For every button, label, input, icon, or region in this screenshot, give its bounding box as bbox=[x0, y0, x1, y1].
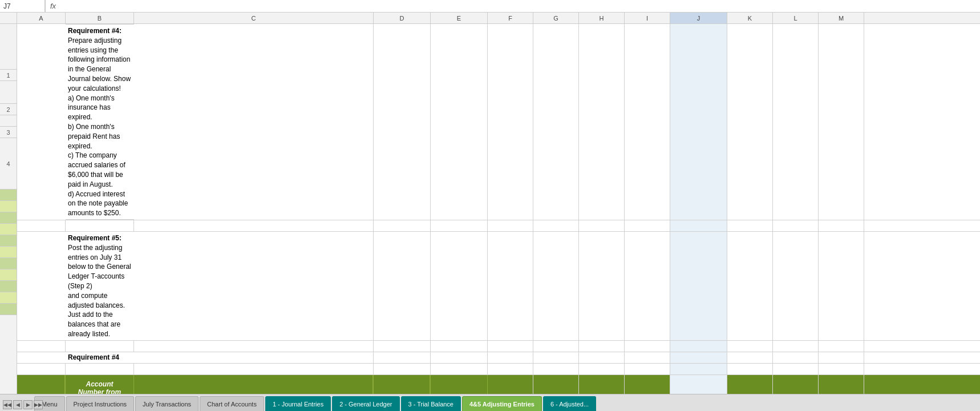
cell-req4-c[interactable] bbox=[134, 24, 374, 220]
row-num-req4[interactable] bbox=[0, 24, 17, 70]
cell-req4label-k[interactable] bbox=[727, 352, 773, 363]
cell-3-h[interactable] bbox=[579, 364, 625, 374]
col-header-d[interactable]: D bbox=[374, 13, 431, 23]
cell-req4-a[interactable] bbox=[17, 24, 66, 220]
cell-4-b-acct-num[interactable]: AccountNumber fromChart ofAccountstab bbox=[66, 375, 134, 394]
cell-req4-m[interactable] bbox=[819, 24, 864, 220]
cell-req5-k[interactable] bbox=[727, 232, 773, 340]
cell-req4label-m[interactable] bbox=[819, 352, 864, 363]
cell-2-k[interactable] bbox=[727, 341, 773, 352]
col-header-m[interactable]: M bbox=[819, 13, 864, 23]
cell-2-c[interactable] bbox=[134, 341, 374, 352]
cell-4-f[interactable] bbox=[488, 375, 533, 394]
cell-1-j[interactable] bbox=[670, 220, 727, 231]
cell-req4-b[interactable]: Requirement #4: Prepare adjusting entrie… bbox=[66, 24, 134, 220]
cell-2-d[interactable] bbox=[374, 341, 431, 352]
cell-req4-h[interactable] bbox=[579, 24, 625, 220]
row-num-req5[interactable] bbox=[0, 81, 17, 104]
cell-req4label-f[interactable] bbox=[488, 352, 533, 363]
cell-1-k[interactable] bbox=[727, 220, 773, 231]
cell-req4label-g[interactable] bbox=[533, 352, 579, 363]
tab-adjusted[interactable]: 6 - Adjusted... bbox=[543, 396, 596, 411]
cell-4-m[interactable] bbox=[819, 375, 864, 394]
cell-req4label-e[interactable] bbox=[431, 352, 488, 363]
tab-trial-balance[interactable]: 3 - Trial Balance bbox=[401, 396, 461, 411]
cell-1-f[interactable] bbox=[488, 220, 533, 231]
tab-nav-next[interactable]: ▶ bbox=[23, 400, 33, 409]
cell-3-k[interactable] bbox=[727, 364, 773, 374]
cell-2-m[interactable] bbox=[819, 341, 864, 352]
cell-3-l[interactable] bbox=[773, 364, 819, 374]
cell-2-e[interactable] bbox=[431, 341, 488, 352]
col-header-f[interactable]: F bbox=[488, 13, 533, 23]
row-num-req4label[interactable] bbox=[0, 115, 17, 127]
cell-2-l[interactable] bbox=[773, 341, 819, 352]
cell-req5-j[interactable] bbox=[670, 232, 727, 340]
cell-2-i[interactable] bbox=[625, 341, 670, 352]
cell-2-f[interactable] bbox=[488, 341, 533, 352]
cell-req4-f[interactable] bbox=[488, 24, 533, 220]
col-header-g[interactable]: G bbox=[533, 13, 579, 23]
cell-req4label-a[interactable] bbox=[17, 352, 66, 363]
tab-nav-last[interactable]: ▶▶ bbox=[34, 400, 43, 409]
cell-3-g[interactable] bbox=[533, 364, 579, 374]
tab-nav-prev[interactable]: ◀ bbox=[13, 400, 22, 409]
row-num-6[interactable] bbox=[0, 201, 17, 212]
col-header-b[interactable]: B bbox=[66, 13, 134, 23]
cell-req4label-j[interactable] bbox=[670, 352, 727, 363]
col-header-i[interactable]: I bbox=[625, 13, 670, 23]
cell-req4label-l[interactable] bbox=[773, 352, 819, 363]
col-header-c[interactable]: C bbox=[134, 13, 374, 23]
row-num-3[interactable]: 3 bbox=[0, 127, 17, 138]
cell-3-d[interactable] bbox=[374, 364, 431, 374]
cell-4-l[interactable] bbox=[773, 375, 819, 394]
cell-3-e[interactable] bbox=[431, 364, 488, 374]
cell-req4label-h[interactable] bbox=[579, 352, 625, 363]
tab-july-transactions[interactable]: July Transactions bbox=[135, 396, 199, 411]
cell-2-j[interactable] bbox=[670, 341, 727, 352]
cell-req4-k[interactable] bbox=[727, 24, 773, 220]
cell-3-b[interactable] bbox=[66, 364, 134, 374]
cell-req5-a[interactable] bbox=[17, 232, 66, 340]
cell-4-c-acct-title[interactable]: Account Title from Chart of Accounts tab bbox=[134, 375, 374, 394]
row-num-15[interactable] bbox=[0, 304, 17, 315]
cell-req4-j[interactable] bbox=[670, 24, 727, 220]
cell-3-c[interactable] bbox=[134, 364, 374, 374]
cell-2-b[interactable] bbox=[66, 341, 134, 352]
cell-2-a[interactable] bbox=[17, 341, 66, 352]
cell-3-a[interactable] bbox=[17, 364, 66, 374]
cell-4-h[interactable] bbox=[579, 375, 625, 394]
cell-req4-i[interactable] bbox=[625, 24, 670, 220]
cell-req4label-d[interactable] bbox=[374, 352, 431, 363]
cell-req5-d[interactable] bbox=[374, 232, 431, 340]
cell-3-f[interactable] bbox=[488, 364, 533, 374]
cell-4-i[interactable] bbox=[625, 375, 670, 394]
cell-1-h[interactable] bbox=[579, 220, 625, 231]
cell-1-e[interactable] bbox=[431, 220, 488, 231]
tab-project-instructions[interactable]: Project Instructions bbox=[66, 396, 135, 411]
cell-2-g[interactable] bbox=[533, 341, 579, 352]
col-header-h[interactable]: H bbox=[579, 13, 625, 23]
cell-4-a-date[interactable]: Date bbox=[17, 375, 66, 394]
cell-4-d-debit[interactable]: Debit bbox=[374, 375, 431, 394]
cell-4-e-credit[interactable]: Credit bbox=[431, 375, 488, 394]
row-num-10[interactable] bbox=[0, 247, 17, 258]
cell-req4-l[interactable] bbox=[773, 24, 819, 220]
row-num-2[interactable]: 2 bbox=[0, 104, 17, 115]
tab-general-ledger[interactable]: 2 - General Ledger bbox=[332, 396, 399, 411]
cell-1-c[interactable] bbox=[134, 220, 374, 231]
cell-3-m[interactable] bbox=[819, 364, 864, 374]
tab-adjusting-entries[interactable]: 4&5 Adjusting Entries bbox=[462, 396, 542, 411]
cell-req5-i[interactable] bbox=[625, 232, 670, 340]
cell-3-j[interactable] bbox=[670, 364, 727, 374]
col-header-e[interactable]: E bbox=[431, 13, 488, 23]
row-num-5[interactable] bbox=[0, 190, 17, 201]
cell-req5-g[interactable] bbox=[533, 232, 579, 340]
cell-4-k[interactable] bbox=[727, 375, 773, 394]
cell-req5-m[interactable] bbox=[819, 232, 864, 340]
row-num-7[interactable] bbox=[0, 212, 17, 224]
row-num-13[interactable] bbox=[0, 281, 17, 292]
cell-4-j[interactable] bbox=[670, 375, 727, 394]
col-header-a[interactable]: A bbox=[17, 13, 66, 23]
col-header-j[interactable]: J bbox=[670, 13, 727, 23]
